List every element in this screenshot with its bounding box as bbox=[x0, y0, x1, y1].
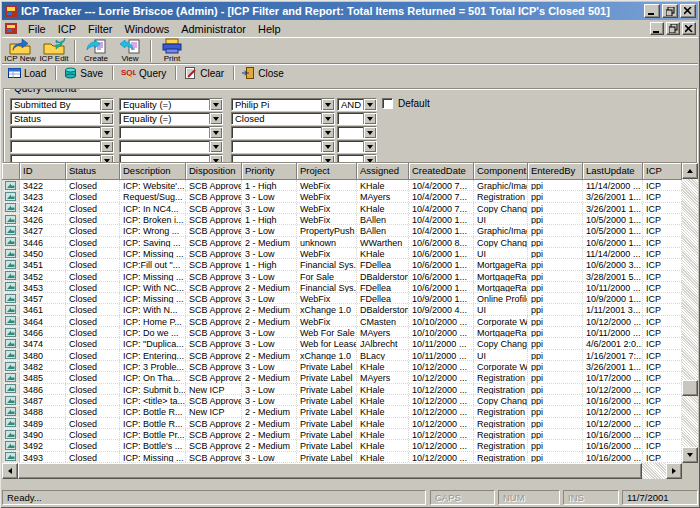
chevron-down-icon[interactable] bbox=[363, 113, 376, 124]
table-row[interactable]: 3490ClosedICP: Bottle Pr...SCB Approved2… bbox=[2, 429, 682, 440]
table-row[interactable]: 3424ClosedICP: In NC4...SCB Approved3 - … bbox=[2, 203, 682, 214]
chevron-down-icon[interactable] bbox=[100, 127, 113, 138]
criteria-operator-combobox[interactable] bbox=[119, 154, 223, 163]
chevron-down-icon[interactable] bbox=[209, 113, 222, 124]
criteria-conjunction-combobox[interactable] bbox=[337, 126, 377, 139]
table-row[interactable]: 3487ClosedICP: <title> ta...SCB Approved… bbox=[2, 395, 682, 406]
horizontal-scroll-thumb[interactable] bbox=[18, 463, 642, 479]
menu-item-help[interactable]: Help bbox=[252, 22, 287, 36]
chevron-down-icon[interactable] bbox=[321, 155, 334, 163]
child-restore-icon[interactable] bbox=[666, 22, 680, 35]
table-row[interactable]: 3427ClosedICP: Wrong ...SCB Approved3 - … bbox=[2, 225, 682, 236]
column-header-description[interactable]: Description bbox=[120, 163, 186, 180]
chevron-down-icon[interactable] bbox=[209, 155, 222, 163]
close-button[interactable]: Close bbox=[239, 65, 289, 81]
scroll-down-icon[interactable] bbox=[682, 447, 698, 463]
table-row[interactable]: 3451ClosedICP:Fill out "...SCB Approved1… bbox=[2, 259, 682, 270]
print-button[interactable]: Print bbox=[155, 38, 189, 64]
chevron-down-icon[interactable] bbox=[209, 99, 222, 110]
criteria-operator-combobox[interactable]: Equality (=) bbox=[119, 98, 223, 111]
column-header-createddate[interactable]: CreatedDate bbox=[409, 163, 474, 180]
column-header-icp[interactable]: ICP bbox=[643, 163, 682, 180]
table-row[interactable]: 3464ClosedICP: Home P...SCB Approved2 - … bbox=[2, 316, 682, 327]
table-row[interactable]: 3482ClosedICP: 3 Proble...SCB Approved3 … bbox=[2, 361, 682, 372]
icp-edit-button[interactable]: ICP Edit bbox=[37, 38, 71, 64]
column-header-project[interactable]: Project bbox=[297, 163, 357, 180]
close-icon[interactable] bbox=[680, 4, 696, 18]
criteria-value-combobox[interactable]: Philip Pi bbox=[231, 98, 335, 111]
column-header-enteredby[interactable]: EnteredBy bbox=[528, 163, 583, 180]
table-row[interactable]: 3423ClosedRequest/Sug...SCB Approved3 - … bbox=[2, 191, 682, 202]
chevron-down-icon[interactable] bbox=[363, 155, 376, 163]
menu-item-windows[interactable]: Windows bbox=[119, 22, 176, 36]
table-row[interactable]: 3466ClosedICP: Do we ...SCB Approved3 - … bbox=[2, 327, 682, 338]
table-row[interactable]: 3422ClosedICP: Website'...SCB Approved1 … bbox=[2, 180, 682, 191]
table-row[interactable]: 3461ClosedICP: With N...SCB Approved2 - … bbox=[2, 304, 682, 315]
view-report-button[interactable]: View bbox=[113, 38, 147, 64]
table-row[interactable]: 3480ClosedICP: Entering...SCB Approved2 … bbox=[2, 350, 682, 361]
criteria-conjunction-combobox[interactable] bbox=[337, 154, 377, 163]
criteria-operator-combobox[interactable] bbox=[119, 140, 223, 153]
table-row[interactable]: 3493ClosedICP: Missing ...SCB Approved3 … bbox=[2, 452, 682, 463]
table-row[interactable]: 3426ClosedICP: Broken i...SCB Approved1 … bbox=[2, 214, 682, 225]
table-row[interactable]: 3450ClosedICP: Missing ...SCB Approved3 … bbox=[2, 248, 682, 259]
column-header-component[interactable]: Component bbox=[474, 163, 528, 180]
scroll-left-icon[interactable] bbox=[2, 463, 18, 479]
column-header-priority[interactable]: Priority bbox=[242, 163, 297, 180]
default-checkbox[interactable] bbox=[382, 98, 393, 109]
column-header-assigned[interactable]: Assigned bbox=[357, 163, 409, 180]
table-row[interactable]: 3452ClosedICP: Missing ...SCB Approved3 … bbox=[2, 271, 682, 282]
query-button[interactable]: SQL Query bbox=[118, 65, 171, 81]
criteria-value-combobox[interactable] bbox=[231, 154, 335, 163]
chevron-down-icon[interactable] bbox=[321, 113, 334, 124]
table-row[interactable]: 3446ClosedICP: Saving ...SCB Approved2 -… bbox=[2, 237, 682, 248]
criteria-value-combobox[interactable] bbox=[231, 140, 335, 153]
criteria-field-combobox[interactable]: Status bbox=[10, 112, 114, 125]
child-close-icon[interactable] bbox=[682, 22, 696, 35]
child-minimize-icon[interactable] bbox=[650, 22, 664, 35]
column-header-status[interactable]: Status bbox=[66, 163, 120, 180]
chevron-down-icon[interactable] bbox=[209, 127, 222, 138]
menu-item-administrator[interactable]: Administrator bbox=[175, 22, 252, 36]
load-button[interactable]: Load bbox=[5, 65, 51, 81]
clear-button[interactable]: Clear bbox=[181, 65, 229, 81]
criteria-field-combobox[interactable] bbox=[10, 126, 114, 139]
menu-item-file[interactable]: File bbox=[22, 22, 52, 36]
horizontal-scrollbar[interactable] bbox=[2, 463, 682, 479]
vertical-scroll-thumb[interactable] bbox=[682, 380, 698, 396]
chevron-down-icon[interactable] bbox=[100, 99, 113, 110]
column-header-lastupdate[interactable]: LastUpdate bbox=[583, 163, 643, 180]
chevron-down-icon[interactable] bbox=[100, 155, 113, 163]
create-report-button[interactable]: Create bbox=[79, 38, 113, 64]
menu-item-icp[interactable]: ICP bbox=[52, 22, 82, 36]
scroll-right-icon[interactable] bbox=[666, 463, 682, 479]
chevron-down-icon[interactable] bbox=[321, 99, 334, 110]
child-window-icon[interactable] bbox=[4, 22, 18, 35]
chevron-down-icon[interactable] bbox=[100, 141, 113, 152]
criteria-operator-combobox[interactable]: Equality (=) bbox=[119, 112, 223, 125]
table-row[interactable]: 3453ClosedICP: With NC...SCB Approved2 -… bbox=[2, 282, 682, 293]
criteria-conjunction-combobox[interactable]: AND bbox=[337, 98, 377, 111]
save-button[interactable]: Save bbox=[61, 65, 108, 81]
chevron-down-icon[interactable] bbox=[363, 127, 376, 138]
criteria-operator-combobox[interactable] bbox=[119, 126, 223, 139]
chevron-down-icon[interactable] bbox=[363, 141, 376, 152]
criteria-field-combobox[interactable] bbox=[10, 140, 114, 153]
menu-item-filter[interactable]: Filter bbox=[82, 22, 118, 36]
table-row[interactable]: 3489ClosedICP: Bottle R...SCB Approved2 … bbox=[2, 418, 682, 429]
chevron-down-icon[interactable] bbox=[363, 99, 376, 110]
criteria-field-combobox[interactable] bbox=[10, 154, 114, 163]
chevron-down-icon[interactable] bbox=[100, 113, 113, 124]
table-row[interactable]: 3488ClosedICP: Bottle R...New ICP2 - Med… bbox=[2, 406, 682, 417]
restore-icon[interactable] bbox=[662, 4, 678, 18]
table-row[interactable]: 3485ClosedICP: On Tha...SCB Approved2 - … bbox=[2, 372, 682, 383]
vertical-scrollbar[interactable] bbox=[682, 163, 698, 463]
table-row[interactable]: 3486ClosedICP: Submit b...New ICP3 - Low… bbox=[2, 384, 682, 395]
table-row[interactable]: 3492ClosedICP: Bottle's ...SCB Approved2… bbox=[2, 440, 682, 451]
table-row[interactable]: 3457ClosedICP: Missing ...SCB Approved3 … bbox=[2, 293, 682, 304]
criteria-field-combobox[interactable]: Submitted By bbox=[10, 98, 114, 111]
scroll-up-icon[interactable] bbox=[682, 163, 698, 179]
criteria-value-combobox[interactable] bbox=[231, 126, 335, 139]
criteria-conjunction-combobox[interactable] bbox=[337, 140, 377, 153]
table-row[interactable]: 3474ClosedICP: "Duplica...SCB Approved3 … bbox=[2, 338, 682, 349]
